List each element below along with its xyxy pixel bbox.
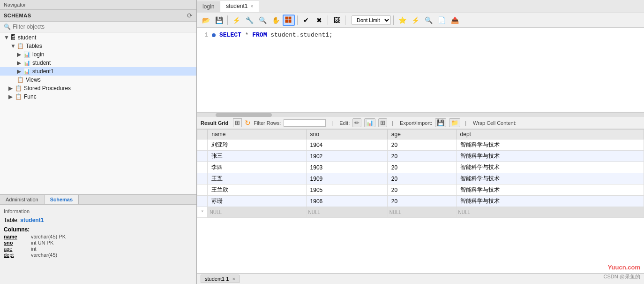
cell-dept[interactable]: 智能科学与技术 [456, 151, 644, 162]
edit-table-icon[interactable]: 📊 [364, 118, 375, 127]
tree-item-tables[interactable]: ▼ 📋 Tables [0, 42, 196, 50]
filter-objects-input[interactable] [13, 23, 193, 30]
explain-button[interactable]: 🔧 [243, 15, 255, 26]
result-table: name sno age dept 刘亚玲190420智能科学与技术张三1902… [197, 129, 644, 218]
export-import-icon[interactable]: 📁 [449, 118, 460, 127]
null-cell: NULL [387, 207, 456, 218]
rollback-button[interactable]: ✖ [313, 15, 325, 26]
star-button[interactable]: ⭐ [396, 15, 408, 26]
find-button[interactable]: 🔍 [256, 15, 269, 26]
tree-label: student [18, 34, 36, 41]
tab-administration[interactable]: Administration [0, 195, 45, 204]
cell-sno[interactable]: 1903 [306, 162, 387, 173]
schema-button[interactable]: 🖼 [330, 15, 343, 26]
cell-sno[interactable]: 1905 [306, 184, 387, 196]
tree-item-stored-procedures[interactable]: ▶ 📋 Stored Procedures [0, 84, 196, 92]
cell-name[interactable]: 王五 [208, 173, 306, 184]
table-row[interactable]: 王兰欣190520智能科学与技术 [197, 184, 644, 196]
cell-name[interactable]: 王兰欣 [208, 184, 306, 196]
cell-age[interactable]: 20 [387, 184, 456, 196]
edit-grid-icon[interactable]: ⊞ [378, 118, 387, 127]
filter-rows-input[interactable] [284, 119, 326, 127]
filter-row: 🔍 [0, 22, 196, 32]
hand-tool[interactable]: ✋ [270, 15, 282, 26]
sql-editor[interactable]: 1 SELECT * FROM student.student1; [197, 28, 644, 112]
result-bottom-tab[interactable]: student1 1 × [201, 275, 240, 283]
result-grid-label[interactable]: Result Grid [201, 120, 228, 126]
cell-age[interactable]: 20 [387, 196, 456, 207]
execute-button[interactable]: ⚡ [230, 15, 242, 26]
tree-item-student1[interactable]: ▶ 📊 student1 [0, 67, 196, 76]
cell-dept[interactable]: 智能科学与技术 [456, 162, 644, 173]
svg-rect-2 [285, 20, 288, 23]
row-marker [197, 196, 208, 207]
cell-age[interactable]: 20 [387, 151, 456, 162]
views-icon: 📋 [17, 77, 24, 83]
cell-dept[interactable]: 智能科学与技术 [456, 184, 644, 196]
row-marker-header [197, 130, 208, 139]
cell-sno[interactable]: 1904 [306, 139, 387, 151]
expand-arrow: ▶ [17, 68, 23, 75]
search2-button[interactable]: 🔍 [422, 15, 434, 26]
tree-item-student-db[interactable]: ▼ 🗄 student [0, 33, 196, 42]
tab-login-label: login [202, 3, 214, 10]
column-row-age: age int [4, 246, 193, 252]
result-tab-close[interactable]: × [232, 276, 235, 282]
result-grid-icon[interactable]: ⊞ [233, 118, 242, 127]
tree-item-views[interactable]: 📋 Views [0, 76, 196, 84]
toolbar-sep-5 [393, 15, 394, 25]
limit-select[interactable]: Dont Limit 1000 500 200 100 [352, 15, 391, 25]
cell-age[interactable]: 20 [387, 139, 456, 151]
table-row[interactable]: 刘亚玲190420智能科学与技术 [197, 139, 644, 151]
tab-schemas[interactable]: Schemas [45, 195, 79, 204]
editor-scrollbar[interactable] [197, 112, 644, 117]
cell-name[interactable]: 李四 [208, 162, 306, 173]
tab-login[interactable]: login [197, 1, 220, 12]
cell-sno[interactable]: 1902 [306, 151, 387, 162]
commit-button[interactable]: ✔ [300, 15, 312, 26]
cell-dept[interactable]: 智能科学与技术 [456, 139, 644, 151]
cell-age[interactable]: 20 [387, 162, 456, 173]
sql-code: SELECT * FROM student.student1; [219, 31, 333, 38]
col-name: sno [4, 240, 27, 246]
edit-label: Edit: [339, 120, 350, 126]
result-refresh-icon[interactable]: ↻ [245, 119, 251, 127]
table-row[interactable]: 苏珊190620智能科学与技术 [197, 196, 644, 207]
new-row-marker: * [197, 207, 208, 218]
navigator-header: Navigator [0, 0, 196, 10]
col-header-name: name [208, 130, 306, 139]
table-row[interactable]: 李四190320智能科学与技术 [197, 162, 644, 173]
save-button[interactable]: 💾 [213, 15, 225, 26]
tab-student1-label: student1 [226, 3, 247, 9]
page-button[interactable]: 📄 [435, 15, 448, 26]
information-header: Information [4, 208, 193, 214]
export-save-icon[interactable]: 💾 [435, 118, 446, 127]
schemas-refresh-icon[interactable]: ⟳ [187, 12, 193, 19]
grid-button[interactable] [283, 15, 295, 26]
cell-sno[interactable]: 1906 [306, 196, 387, 207]
edit-pencil-icon[interactable]: ✏ [352, 118, 361, 127]
tree-item-functions[interactable]: ▶ 📋 Func [0, 92, 196, 101]
cell-sno[interactable]: 1909 [306, 173, 387, 184]
svg-rect-1 [289, 17, 291, 19]
export-toolbar-button[interactable]: 📤 [449, 15, 461, 26]
tab-close-icon[interactable]: × [250, 4, 253, 9]
cell-age[interactable]: 20 [387, 173, 456, 184]
cell-dept[interactable]: 智能科学与技术 [456, 173, 644, 184]
cell-dept[interactable]: 智能科学与技术 [456, 196, 644, 207]
table-row[interactable]: 张三190220智能科学与技术 [197, 151, 644, 162]
open-button[interactable]: 📂 [200, 15, 212, 26]
cell-name[interactable]: 苏珊 [208, 196, 306, 207]
database-icon: 🗄 [10, 34, 16, 41]
col-header-sno: sno [306, 130, 387, 139]
row-marker [197, 151, 208, 162]
line-number: 1 [201, 32, 208, 38]
table-row[interactable]: 王五190920智能科学与技术 [197, 173, 644, 184]
cell-name[interactable]: 刘亚玲 [208, 139, 306, 151]
lightning2-button[interactable]: ⚡ [409, 15, 421, 26]
tab-student1[interactable]: student1 × [220, 1, 259, 12]
tree-item-student[interactable]: ▶ 📊 student [0, 59, 196, 67]
null-cell: NULL [456, 207, 644, 218]
cell-name[interactable]: 张三 [208, 151, 306, 162]
tree-item-login[interactable]: ▶ 📊 login [0, 50, 196, 59]
